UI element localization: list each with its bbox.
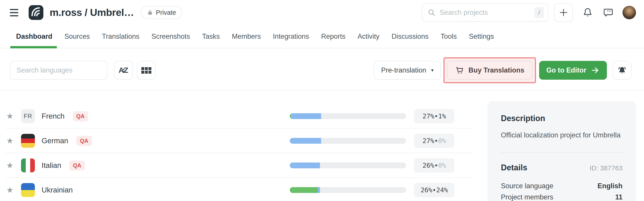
language-name: German — [42, 136, 68, 145]
grid-view-icon — [141, 67, 152, 74]
tab-sources[interactable]: Sources — [64, 25, 90, 48]
tab-settings[interactable]: Settings — [469, 25, 494, 48]
buy-translations-label: Buy Translations — [468, 66, 524, 74]
project-search[interactable]: / — [422, 3, 548, 22]
hamburger-menu-icon[interactable] — [10, 7, 20, 18]
progress-translated-fill — [291, 113, 321, 119]
details-title: Details — [501, 163, 527, 172]
caret-down-icon: ▾ — [431, 67, 434, 73]
language-row-german[interactable]: ★ German QA 27% • 0% — [0, 128, 474, 153]
percent-separator: • — [434, 162, 438, 169]
grid-view-button[interactable] — [137, 61, 156, 80]
announcements-button[interactable] — [613, 61, 632, 80]
progress-translated-fill — [290, 138, 321, 144]
tab-screenshots[interactable]: Screenshots — [152, 25, 190, 48]
privacy-badge-label: Private — [156, 9, 176, 16]
tab-activity[interactable]: Activity — [358, 25, 380, 48]
language-row-italian[interactable]: ★ Italian QA 26% • 0% — [0, 153, 474, 178]
language-name: French — [42, 112, 64, 120]
buy-translations-button[interactable]: Buy Translations — [447, 61, 532, 80]
arrow-right-icon — [591, 66, 600, 75]
tab-discussions[interactable]: Discussions — [392, 25, 428, 48]
detail-row-project-members: Project members 11 — [501, 191, 622, 201]
tab-tasks[interactable]: Tasks — [202, 25, 220, 48]
language-row-ukrainian[interactable]: ★ Ukrainian 26% • 24% — [0, 178, 474, 201]
tab-integrations[interactable]: Integrations — [273, 25, 309, 48]
search-projects-input[interactable] — [440, 9, 530, 17]
tab-reports[interactable]: Reports — [321, 25, 346, 48]
flag-ukrainian — [21, 183, 35, 197]
language-name: Ukrainian — [42, 186, 73, 194]
go-to-editor-button[interactable]: Go to Editor — [539, 61, 607, 80]
approved-percent: 1% — [438, 112, 446, 120]
description-text: Official localization project for Umbrel… — [501, 130, 622, 140]
star-icon[interactable]: ★ — [6, 136, 16, 145]
search-icon — [428, 9, 436, 17]
progress-translated-fill — [318, 187, 320, 193]
qa-badge[interactable]: QA — [76, 136, 92, 146]
tab-tools[interactable]: Tools — [440, 25, 456, 48]
sort-languages-button[interactable]: A▴▾Z — [114, 61, 133, 80]
translated-percent: 26% — [422, 162, 434, 169]
tab-dashboard[interactable]: Dashboard — [16, 25, 52, 48]
project-title: m.ross / Umbrel… — [50, 7, 134, 18]
flag-german — [21, 134, 35, 148]
translated-percent: 26% — [420, 186, 432, 194]
crowdin-logo-icon[interactable] — [28, 5, 44, 20]
detail-label: Project members — [501, 191, 553, 201]
create-project-button[interactable] — [554, 3, 573, 22]
qa-badge[interactable]: QA — [69, 160, 85, 170]
progress-bar — [290, 138, 406, 144]
flag-french: FR — [21, 109, 35, 123]
go-to-editor-label: Go to Editor — [546, 66, 586, 74]
approved-percent: 0% — [438, 162, 446, 169]
cart-icon — [455, 66, 464, 75]
star-icon[interactable]: ★ — [6, 185, 16, 195]
search-languages-input[interactable] — [10, 61, 107, 80]
project-tabs: Dashboard Sources Translations Screensho… — [0, 25, 644, 48]
tab-translations[interactable]: Translations — [102, 25, 140, 48]
project-id: ID: 387763 — [590, 164, 622, 172]
progress-percent-badge: 27% • 0% — [414, 134, 454, 148]
detail-row-source-language: Source language English — [501, 180, 622, 191]
detail-value: English — [598, 180, 622, 191]
panel-divider — [501, 152, 622, 153]
percent-separator: • — [434, 112, 438, 120]
dashboard-content: ★ FR French QA 27% • 1% ★ German QA — [0, 90, 644, 201]
progress-bar — [290, 162, 406, 168]
qa-badge[interactable]: QA — [73, 111, 88, 121]
progress-approved-fill — [290, 187, 318, 193]
approved-percent: 24% — [436, 186, 448, 194]
sort-az-icon: A▴▾Z — [118, 66, 128, 75]
language-list: ★ FR French QA 27% • 1% ★ German QA — [0, 90, 474, 201]
top-header: m.ross / Umbrel… Private / — [0, 0, 644, 25]
approved-percent: 0% — [438, 137, 446, 145]
percent-separator: • — [432, 186, 436, 194]
progress-percent-badge: 26% • 24% — [414, 183, 454, 197]
description-title: Description — [501, 114, 622, 123]
slash-shortcut-key: / — [534, 7, 544, 18]
detail-label: Source language — [501, 180, 553, 191]
notifications-bell-icon[interactable] — [582, 7, 594, 18]
star-icon[interactable]: ★ — [6, 161, 16, 170]
project-info-panel: Description Official localization projec… — [488, 101, 636, 201]
progress-translated-fill — [290, 162, 320, 168]
language-row-french[interactable]: ★ FR French QA 27% • 1% — [0, 104, 474, 128]
user-avatar[interactable] — [622, 6, 636, 19]
language-name: Italian — [42, 161, 61, 170]
messages-chat-icon[interactable] — [602, 7, 614, 18]
dashboard-toolbar: A▴▾Z Pre-translation ▾ Buy Translations … — [0, 48, 644, 90]
star-icon[interactable]: ★ — [6, 111, 16, 121]
progress-bar — [290, 187, 406, 193]
bell-ringing-icon — [617, 65, 627, 75]
tab-members[interactable]: Members — [232, 25, 261, 48]
percent-separator: • — [434, 137, 438, 145]
pretranslation-dropdown[interactable]: Pre-translation ▾ — [374, 61, 441, 80]
lock-icon — [147, 10, 153, 16]
pretranslation-label: Pre-translation — [381, 66, 426, 74]
progress-percent-badge: 27% • 1% — [414, 109, 454, 123]
details-rows: Source language English Project members … — [501, 180, 622, 201]
flag-italian — [21, 158, 35, 172]
detail-value: 11 — [615, 191, 622, 201]
buy-translations-highlight-annotation: Buy Translations — [444, 57, 536, 83]
